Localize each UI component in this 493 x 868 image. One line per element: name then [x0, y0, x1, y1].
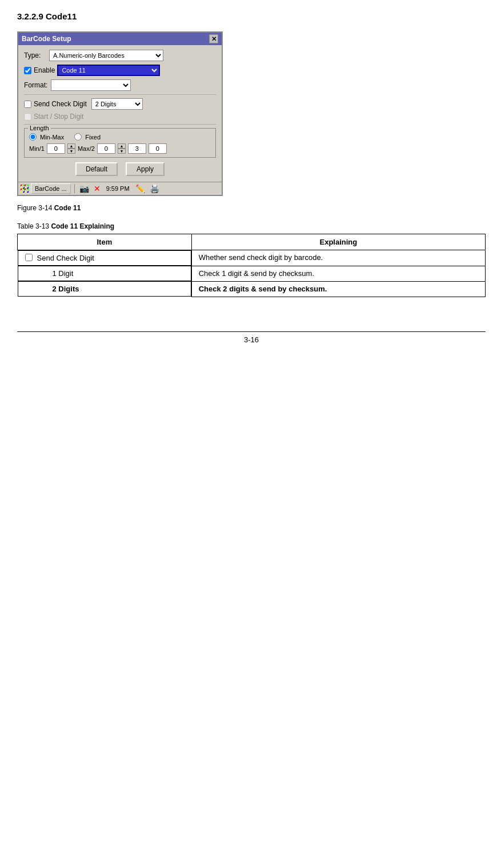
sub-explaining-2: Check 2 digits & send by checksum. — [191, 281, 485, 297]
dialog-body: Type: A.Numeric-only Barcodes Enable Cod… — [18, 45, 222, 182]
barcode-taskbar-button[interactable]: BarCode ... — [31, 183, 71, 194]
min-max-radio[interactable] — [29, 133, 37, 141]
dialog-titlebar: BarCode Setup ✕ — [18, 33, 222, 45]
dialog-buttons: Default Apply — [24, 162, 216, 176]
table-caption-bold: Code 11 Explaining — [51, 222, 114, 230]
fixed-label: Fixed — [85, 134, 101, 141]
figure-caption-bold: Code 11 — [54, 204, 81, 212]
col-explaining-header: Explaining — [191, 234, 485, 250]
min1-spinner[interactable]: ▲ ▼ — [67, 143, 75, 154]
default-button[interactable]: Default — [75, 162, 118, 176]
min1-up[interactable]: ▲ — [67, 143, 75, 149]
red-x-icon: ✕ — [94, 184, 101, 193]
type-label: Type: — [24, 51, 46, 59]
table-header-row: Item Explaining — [18, 234, 486, 250]
length-fields: Min/1 ▲ ▼ Max/2 ▲ ▼ — [29, 143, 211, 154]
pencil-icon: ✏️ — [135, 184, 145, 193]
enable-label: Enable — [34, 66, 55, 74]
table-row: Send Check Digit Whether send check digi… — [18, 250, 486, 266]
max2-label: Max/2 — [78, 145, 95, 152]
enable-checkbox[interactable] — [24, 67, 31, 74]
apply-button[interactable]: Apply — [126, 162, 165, 176]
explaining-table: Item Explaining Send Check Digit Whether… — [17, 234, 486, 297]
send-check-digit-label: Send Check Digit — [34, 100, 87, 108]
send-check-digit-checkbox[interactable] — [24, 101, 31, 108]
barcode-setup-dialog: BarCode Setup ✕ Type: A.Numeric-only Bar… — [17, 31, 223, 196]
sub-row-1: 1 Digit Check 1 digit & send by checksum… — [18, 266, 486, 281]
format-row: Format: — [24, 79, 216, 91]
send-check-digit-select[interactable]: 2 Digits — [91, 98, 143, 110]
format-label: Format: — [24, 81, 47, 89]
field3-input[interactable] — [128, 143, 146, 154]
figure-caption-text: Figure 3-14 Code 11 — [17, 204, 81, 212]
min1-down[interactable]: ▼ — [67, 149, 75, 154]
taskbar-divider-1 — [74, 184, 75, 193]
item-cell: Send Check Digit — [18, 250, 191, 266]
divider-1 — [24, 94, 216, 95]
camera-icon: 📷 — [79, 184, 89, 193]
explaining-cell: Whether send check digit by barcode. — [191, 250, 485, 266]
enable-row: Enable Code 11 — [24, 65, 216, 76]
windows-flag-icon[interactable] — [21, 185, 29, 193]
min1-input[interactable] — [47, 143, 65, 154]
length-legend: Length — [28, 125, 51, 131]
start-stop-label: Start / Stop Digit — [34, 113, 83, 121]
dialog-title: BarCode Setup — [22, 35, 71, 43]
length-group: Length Min-Max Fixed Min/1 ▲ ▼ Max/2 ▲ ▼ — [24, 128, 216, 158]
fixed-radio[interactable] — [74, 133, 82, 141]
sub-explaining-1: Check 1 digit & send by checksum. — [191, 266, 485, 281]
start-stop-checkbox[interactable] — [24, 113, 31, 121]
type-row: Type: A.Numeric-only Barcodes — [24, 50, 216, 61]
field4-input[interactable] — [149, 143, 167, 154]
max2-spinner[interactable]: ▲ ▼ — [118, 143, 126, 154]
max2-input[interactable] — [97, 143, 115, 154]
page-heading: 3.2.2.9 Code11 — [17, 11, 476, 21]
min-max-label: Min-Max — [40, 134, 64, 141]
print-icon: 🖨️ — [150, 184, 159, 193]
taskbar-time: 9:59 PM — [106, 185, 130, 192]
item-text: Send Check Digit — [37, 254, 94, 262]
max2-down[interactable]: ▼ — [118, 149, 126, 154]
type-select[interactable]: A.Numeric-only Barcodes — [49, 50, 163, 61]
min1-label: Min/1 — [29, 145, 45, 152]
divider-2 — [24, 124, 216, 125]
table-caption: Table 3-13 Code 11 Explaining — [17, 222, 476, 230]
sub-explaining-2-text: Check 2 digits & send by checksum. — [199, 285, 327, 293]
page-footer: 3-16 — [17, 331, 486, 344]
figure-caption: Figure 3-14 Code 11 — [17, 204, 476, 212]
max2-up[interactable]: ▲ — [118, 143, 126, 149]
item-checkbox[interactable] — [25, 254, 33, 261]
start-stop-row: Start / Stop Digit — [24, 113, 216, 121]
send-check-digit-row: Send Check Digit 2 Digits — [24, 98, 216, 110]
format-select[interactable] — [51, 79, 131, 91]
col-item-header: Item — [18, 234, 192, 250]
sub-item-1: 1 Digit — [18, 266, 191, 281]
page-number: 3-16 — [244, 335, 259, 344]
length-options-row: Min-Max Fixed — [29, 133, 211, 141]
dialog-taskbar: BarCode ... 📷 ✕ 9:59 PM ✏️ 🖨️ — [18, 182, 222, 195]
sub-item-2-text: 2 Digits — [53, 285, 79, 293]
sub-row-2: 2 Digits Check 2 digits & send by checks… — [18, 281, 486, 297]
dialog-close-button[interactable]: ✕ — [209, 34, 218, 43]
code-select[interactable]: Code 11 — [57, 65, 160, 76]
sub-item-2: 2 Digits — [18, 281, 191, 297]
